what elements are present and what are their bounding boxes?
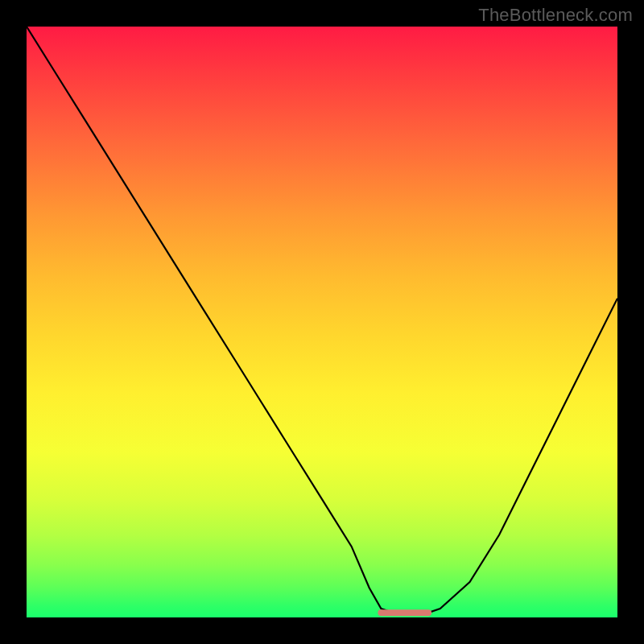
chart-background	[27, 27, 617, 617]
watermark-text: TheBottleneck.com	[478, 5, 633, 26]
